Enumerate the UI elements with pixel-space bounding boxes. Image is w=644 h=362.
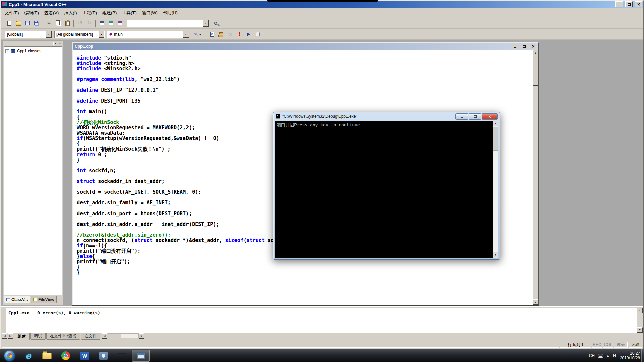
tab-scroll-right-icon[interactable] xyxy=(8,333,13,339)
scroll-down-icon[interactable] xyxy=(493,252,498,258)
code-token: #pragma comment(lib xyxy=(77,76,135,82)
scroll-up-icon[interactable] xyxy=(637,308,643,313)
console-window[interactable]: "C:\Windows\System32\Debug\Cpp1.exe" × 端… xyxy=(273,112,500,260)
show-desktop-button[interactable] xyxy=(641,349,644,362)
minimize-button[interactable] xyxy=(615,1,623,7)
code-line xyxy=(77,71,533,77)
window-list-button[interactable] xyxy=(116,19,124,27)
taskbar-chrome-button[interactable] xyxy=(56,349,75,362)
filter-combobox[interactable]: [All global members] xyxy=(54,31,105,38)
copy-button[interactable] xyxy=(54,19,63,27)
redo-button[interactable]: ↻ xyxy=(85,19,94,27)
toolbar-combobox[interactable] xyxy=(127,20,209,27)
output-pane-button[interactable] xyxy=(107,19,115,27)
taskbar-vcwindow-button[interactable] xyxy=(132,350,150,362)
panel-pin-button[interactable] xyxy=(53,42,57,45)
go-button[interactable] xyxy=(244,30,253,38)
scrollbar-thumb[interactable] xyxy=(533,56,538,86)
save-all-button[interactable] xyxy=(32,19,41,27)
taskbar-explorer-button[interactable] xyxy=(38,349,56,362)
paste-button[interactable] xyxy=(63,19,72,27)
volume-icon[interactable] xyxy=(613,354,614,357)
taskbar-word-button[interactable]: W xyxy=(75,349,94,362)
compile-button[interactable] xyxy=(208,30,217,38)
workspace-tab-classview[interactable]: ClassV... xyxy=(4,296,30,303)
console-title-bar[interactable]: "C:\Windows\System32\Debug\Cpp1.exe" × xyxy=(273,112,500,121)
taskbar-ie-button[interactable]: e xyxy=(19,349,38,362)
console-minimize-button[interactable] xyxy=(455,113,468,120)
close-button[interactable] xyxy=(635,1,642,7)
hidden-icons-chevron[interactable]: ▲ xyxy=(606,354,609,357)
hscroll-right-icon[interactable] xyxy=(139,333,144,339)
hscroll-left-icon[interactable] xyxy=(102,333,107,339)
document-title-bar[interactable]: Cpp1.cpp xyxy=(73,43,538,50)
menu-tools[interactable]: 工具(T) xyxy=(119,8,139,18)
scroll-up-icon[interactable] xyxy=(493,121,498,126)
console-maximize-button[interactable] xyxy=(469,113,481,120)
output-hscrollbar[interactable] xyxy=(108,333,139,338)
output-tab-0[interactable]: 组建 xyxy=(14,333,30,340)
menu-build[interactable]: 组建(B) xyxy=(100,8,119,18)
panel-grip[interactable] xyxy=(5,43,52,44)
classview-tree[interactable]: Cpp1 classes xyxy=(4,46,62,295)
chevron-down-icon[interactable] xyxy=(99,31,104,38)
tab-scroll-left-icon[interactable] xyxy=(2,333,7,339)
editor-scrollbar[interactable] xyxy=(533,50,538,305)
taskbar-appblue-button[interactable] xyxy=(94,349,113,362)
console-scrollbar[interactable] xyxy=(493,121,498,258)
chevron-down-icon[interactable] xyxy=(203,20,209,27)
menu-view[interactable]: 查看(V) xyxy=(42,8,61,18)
open-file-button[interactable] xyxy=(14,19,23,27)
output-tool-button[interactable] xyxy=(2,309,5,311)
scrollbar-thumb[interactable] xyxy=(493,127,498,151)
code-token: (WSAStartup(wVersionRequested,&wsaData) … xyxy=(83,135,219,141)
taskbar-appcolor-button[interactable] xyxy=(113,349,131,362)
workspace-close-button[interactable]: × xyxy=(58,42,62,45)
new-file-button[interactable] xyxy=(5,19,14,27)
output-tab-1[interactable]: 调试 xyxy=(30,333,46,340)
output-tool-button[interactable] xyxy=(2,312,5,314)
undo-button[interactable]: ↺ xyxy=(76,19,85,27)
expand-icon[interactable] xyxy=(5,49,9,53)
save-button[interactable] xyxy=(23,19,32,27)
scroll-up-icon[interactable] xyxy=(533,50,538,55)
console-close-button[interactable]: × xyxy=(482,113,498,120)
keyboard-icon[interactable] xyxy=(598,354,603,358)
execute-button[interactable]: ! xyxy=(235,30,244,38)
toolbar-grip[interactable] xyxy=(2,20,3,27)
stop-build-button[interactable]: × xyxy=(226,30,235,38)
cut-button[interactable]: ✂ xyxy=(45,19,54,27)
taskbar-clock[interactable]: 16:27 2019/10/28 xyxy=(620,351,640,360)
workspace-pane-button[interactable] xyxy=(98,19,106,27)
workspace-tab-fileview[interactable]: FileView xyxy=(31,296,57,303)
find-in-files-button[interactable] xyxy=(211,19,220,27)
doc-close-button[interactable] xyxy=(530,44,536,49)
menu-file[interactable]: 文件(F) xyxy=(2,8,22,18)
member-combobox[interactable]: main xyxy=(107,31,189,38)
toolbar-grip[interactable] xyxy=(2,31,3,38)
taskbar-start-button[interactable] xyxy=(0,349,19,362)
chevron-down-icon[interactable] xyxy=(183,31,189,38)
scope-combobox[interactable]: [Globals] xyxy=(5,31,52,38)
menu-insert[interactable]: 插入(I) xyxy=(61,8,79,18)
output-tab-3[interactable]: 在文件 xyxy=(81,333,100,340)
build-button[interactable] xyxy=(217,30,226,38)
scroll-down-icon[interactable] xyxy=(637,327,643,333)
output-tab-2[interactable]: 在文件1中查找 xyxy=(46,333,80,340)
menu-project[interactable]: 工程(P) xyxy=(80,8,100,18)
output-scrollbar[interactable] xyxy=(637,308,643,333)
menu-edit[interactable]: 编辑(E) xyxy=(22,8,42,18)
hscrollbar-thumb[interactable] xyxy=(108,334,121,338)
scroll-down-icon[interactable] xyxy=(533,299,538,305)
wizard-action-button[interactable]: ✎ xyxy=(191,30,204,38)
input-language-indicator[interactable]: CH xyxy=(589,353,595,358)
chevron-down-icon[interactable] xyxy=(46,31,52,38)
doc-minimize-button[interactable] xyxy=(512,44,518,49)
tree-root-node[interactable]: Cpp1 classes xyxy=(4,47,62,55)
doc-restore-button[interactable] xyxy=(521,44,527,49)
breakpoint-button[interactable] xyxy=(253,30,262,38)
menu-window[interactable]: 窗口(W) xyxy=(139,8,160,18)
menu-help[interactable]: 帮助(H) xyxy=(160,8,180,18)
build-output-text[interactable]: Cpp1.exe - 0 error(s), 0 warning(s) xyxy=(6,308,637,333)
maximize-button[interactable] xyxy=(625,1,633,7)
